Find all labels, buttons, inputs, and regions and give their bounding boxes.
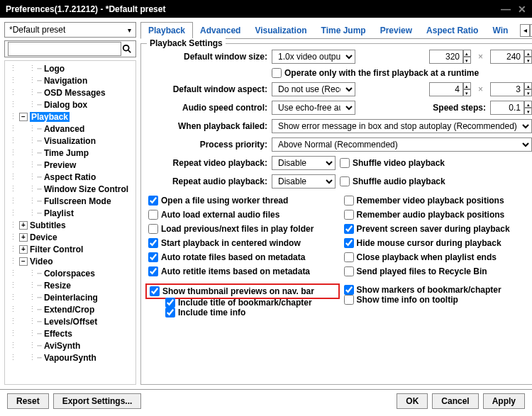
tree-item[interactable]: ⋮+Subtitles <box>5 219 135 231</box>
tree-item[interactable]: ⋮ ⋮⋯Window Size Control <box>5 183 135 195</box>
category-tree[interactable]: ⋮ ⋮⋯Logo⋮ ⋮⋯Navigation⋮ ⋮⋯OSD Messages⋮ … <box>4 60 136 385</box>
times-icon: × <box>475 52 486 62</box>
tree-item[interactable]: ⋮ ⋮⋯Deinterlacing <box>5 291 135 303</box>
tree-toggle-icon[interactable]: + <box>19 233 28 242</box>
checkbox-option[interactable]: Start playback in centered window <box>148 237 337 249</box>
tree-item[interactable]: ⋮ ⋮⋯Extend/Crop <box>5 303 135 315</box>
tree-item[interactable]: ⋮ ⋮⋯Preview <box>5 159 135 171</box>
checkbox-option[interactable]: Remember audio playback positions <box>344 208 533 221</box>
checkbox-option[interactable]: Remember video playback positions <box>344 194 533 207</box>
tree-item[interactable]: ⋮ ⋮⋯AviSynth <box>5 339 135 352</box>
minimize-icon[interactable]: — <box>501 4 511 15</box>
tree-item[interactable]: ⋮ ⋮⋯Logo <box>5 62 135 74</box>
tree-item[interactable]: ⋮ ⋮⋯Aspect Ratio <box>5 171 135 183</box>
check-include-title[interactable]: Include title of bookmark/chapter <box>165 298 337 308</box>
footer: Reset Export Settings... OK Cancel Apply <box>0 389 532 412</box>
select-window-size[interactable]: 1.0x video output <box>272 50 355 64</box>
preset-select[interactable]: *Default preset ▾ <box>4 22 136 38</box>
tab[interactable]: Preview <box>373 23 419 38</box>
label-speed-steps: Speed steps: <box>433 103 486 113</box>
tree-item[interactable]: ⋮ ⋮⋯OSD Messages <box>5 86 135 99</box>
cancel-button[interactable]: Cancel <box>432 393 478 409</box>
check-thumbnail-previews[interactable]: Show thumbnail previews on nav. bar <box>150 286 336 296</box>
label-audio-speed: Audio speed control: <box>148 103 267 113</box>
checkbox-option[interactable]: Auto load external audio files <box>148 208 337 221</box>
spinner-aspect-w[interactable]: ▴▾ <box>429 82 471 96</box>
tab[interactable]: Visualization <box>248 23 314 38</box>
tree-item[interactable]: ⋮+Device <box>5 231 135 243</box>
label-default-window-aspect: Default window aspect: <box>148 84 267 94</box>
tree-toggle-icon[interactable]: + <box>19 245 28 254</box>
export-settings-button[interactable]: Export Settings... <box>53 393 142 409</box>
tree-item[interactable]: ⋮−Playback <box>5 111 135 123</box>
tree-item[interactable]: ⋮ ⋮⋯Dialog box <box>5 99 135 111</box>
checkbox-option[interactable]: Auto rotate files based on metadata <box>148 251 337 264</box>
group-title: Playback Settings <box>147 38 226 48</box>
playback-settings-group: Playback Settings Default window size: 1… <box>140 43 532 385</box>
checkbox-option[interactable]: Send played files to Recycle Bin <box>344 265 533 278</box>
spinner-speed-steps[interactable]: ▴▾ <box>490 101 532 115</box>
tree-item[interactable]: ⋮+Filter Control <box>5 243 135 255</box>
checkbox-grid: Open a file using worker threadRemember … <box>148 194 532 278</box>
label-process-priority: Process priority: <box>148 140 267 150</box>
checkbox-option[interactable]: Hide mouse cursor during playback <box>344 237 533 249</box>
tab-strip: PlaybackAdvancedVisualizationTime JumpPr… <box>140 22 532 39</box>
spinner-window-width[interactable]: ▴▾ <box>429 50 471 64</box>
tree-item[interactable]: ⋮−Video <box>5 255 135 267</box>
svg-line-1 <box>128 50 131 53</box>
tree-item[interactable]: ⋮ ⋮⋯Advanced <box>5 123 135 135</box>
search-icon[interactable] <box>121 43 133 55</box>
chevron-down-icon: ▾ <box>128 26 131 34</box>
search-input[interactable] <box>8 42 121 56</box>
tree-item[interactable]: ⋮ ⋮⋯Navigation <box>5 74 135 86</box>
apply-button[interactable]: Apply <box>483 393 525 409</box>
checkbox-option[interactable]: Prevent screen saver during playback <box>344 223 533 235</box>
select-playback-failed[interactable]: Show error message in box and stop autop… <box>272 119 532 133</box>
select-window-aspect[interactable]: Do not use (Recommended) <box>272 82 355 96</box>
check-shuffle-video[interactable]: Shuffle video playback <box>340 158 445 168</box>
checkbox-option[interactable]: Show time info on tooltip <box>344 295 533 305</box>
select-audio-speed[interactable]: Use echo-free audio <box>272 101 355 115</box>
tree-item[interactable]: ⋮ ⋮⋯VapourSynth <box>5 352 135 364</box>
tree-toggle-icon[interactable]: − <box>19 257 28 266</box>
check-include-time[interactable]: Include time info <box>165 308 337 317</box>
spinner-window-height[interactable]: ▴▾ <box>490 50 532 64</box>
spinner-aspect-h[interactable]: ▴▾ <box>490 82 532 96</box>
checkbox-option[interactable]: Load previous/next files in play folder <box>148 223 337 235</box>
tab[interactable]: Advanced <box>193 23 248 38</box>
tab[interactable]: Win <box>485 23 515 38</box>
tree-item[interactable]: ⋮ ⋮⋯Colorspaces <box>5 267 135 279</box>
checkbox-option[interactable]: Open a file using worker thread <box>148 194 337 207</box>
tree-item[interactable]: ⋮ ⋮⋯Levels/Offset <box>5 315 135 327</box>
tab[interactable]: Time Jump <box>314 23 373 38</box>
tree-toggle-icon[interactable]: + <box>19 221 28 230</box>
checkbox-option[interactable]: Show markers of bookmark/chapter <box>344 285 533 295</box>
tree-toggle-icon[interactable]: − <box>19 113 28 121</box>
check-shuffle-audio[interactable]: Shuffle audio playback <box>340 176 445 186</box>
select-repeat-audio[interactable]: Disable <box>272 174 336 189</box>
select-process-priority[interactable]: Above Normal (Recommended) <box>272 137 532 152</box>
label-repeat-video: Repeat video playback: <box>148 158 267 168</box>
tree-item[interactable]: ⋮ ⋮⋯Playlist <box>5 207 135 219</box>
tree-item[interactable]: ⋮ ⋮⋯Resize <box>5 279 135 291</box>
select-repeat-video[interactable]: Disable <box>272 156 336 170</box>
checkbox-option[interactable]: Close playback when playlist ends <box>344 251 533 264</box>
tab[interactable]: Playback <box>140 22 193 39</box>
checkbox-option[interactable]: Auto retitle items based on metadata <box>148 265 337 278</box>
search-box[interactable] <box>4 40 136 57</box>
tab[interactable]: Aspect Ratio <box>419 23 485 38</box>
reset-button[interactable]: Reset <box>7 393 49 409</box>
titlebar: Preferences(1.7.21212) - *Default preset… <box>0 0 532 18</box>
window-title: Preferences(1.7.21212) - *Default preset <box>6 4 165 14</box>
tree-item[interactable]: ⋮ ⋮⋯Fullscreen Mode <box>5 195 135 207</box>
svg-point-0 <box>123 45 129 51</box>
ok-button[interactable]: OK <box>397 393 428 409</box>
close-icon[interactable]: ✕ <box>518 4 526 15</box>
tree-item[interactable]: ⋮ ⋮⋯Effects <box>5 327 135 339</box>
tree-item[interactable]: ⋮ ⋮⋯Visualization <box>5 135 135 147</box>
tab-scroll-left-icon[interactable]: ◂ <box>520 24 530 37</box>
check-operate-only[interactable]: Operate only with the first playback at … <box>272 68 479 78</box>
label-repeat-audio: Repeat audio playback: <box>148 176 267 186</box>
label-default-window-size: Default window size: <box>148 52 267 62</box>
tree-item[interactable]: ⋮ ⋮⋯Time Jump <box>5 147 135 159</box>
